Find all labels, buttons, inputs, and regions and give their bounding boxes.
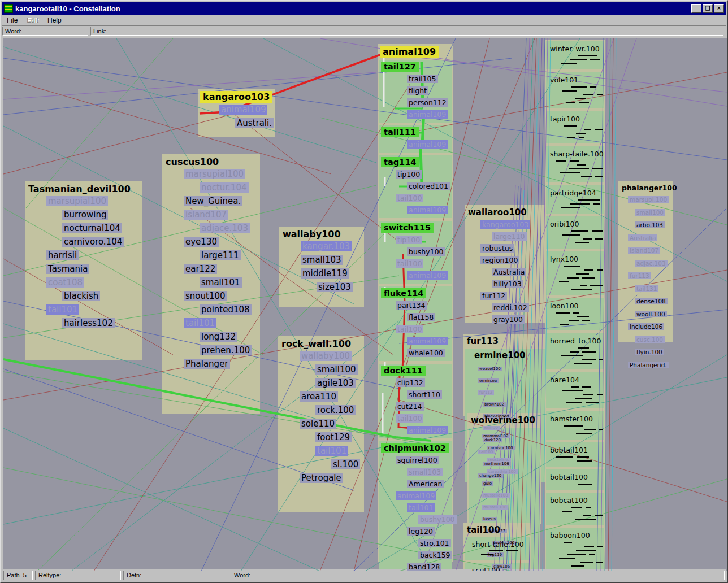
node-item-area110[interactable]: area110 bbox=[300, 391, 338, 402]
menu-help[interactable]: Help bbox=[43, 15, 66, 25]
close-button[interactable]: × bbox=[714, 4, 724, 13]
node-item-gulo[interactable]: gulo bbox=[482, 481, 493, 486]
collapsed-node-bars[interactable] bbox=[547, 320, 603, 321]
collapsed-node-bars[interactable] bbox=[547, 289, 603, 290]
collapsed-node-bars[interactable] bbox=[547, 203, 603, 205]
node-item-harrisii[interactable]: harrisii bbox=[46, 250, 79, 260]
node-box-tasmanian-devil100[interactable]: Tasmanian_devil100marsupial100burrowingn… bbox=[25, 181, 142, 360]
node-item-colored101[interactable]: colored101 bbox=[407, 182, 450, 190]
node-item-American[interactable]: American bbox=[407, 480, 444, 488]
node-item-include106[interactable]: include106 bbox=[628, 323, 664, 330]
node-item-carnivor.100[interactable]: carnivor.100 bbox=[487, 446, 515, 450]
node-title-rock_wall.100[interactable]: rock_wall.100 bbox=[278, 336, 364, 350]
node-title-lynx100[interactable]: lynx100 bbox=[550, 255, 603, 263]
collapsed-node-bars[interactable] bbox=[547, 324, 603, 325]
collapsed-node-bars[interactable] bbox=[547, 199, 603, 201]
collapsed-node-bars[interactable] bbox=[547, 425, 603, 427]
node-item-agile103[interactable]: agile103 bbox=[315, 378, 356, 388]
node-title-tail100[interactable]: tail100 bbox=[463, 523, 531, 536]
node-item-island107[interactable]: island107 bbox=[628, 247, 660, 254]
collapsed-node-bars[interactable] bbox=[547, 133, 603, 134]
node-item-animal109[interactable]: animal109 bbox=[407, 206, 448, 214]
node-subheader-chipmunk102[interactable]: chipmunk102 bbox=[381, 443, 449, 453]
node-item-small103[interactable]: small103 bbox=[301, 255, 343, 265]
node-item-animal109[interactable]: animal109 bbox=[407, 110, 448, 119]
node-item-ermine100[interactable]: ermine100 bbox=[473, 350, 527, 360]
node-box-animal109-column[interactable]: animal109tail127trail105flightperson112a… bbox=[378, 44, 453, 562]
restore-button[interactable]: ❏ bbox=[703, 4, 713, 13]
node-item-musteli.100[interactable]: musteli.100 bbox=[482, 505, 508, 510]
node-item-small100[interactable]: small100 bbox=[635, 209, 665, 216]
node-title-hamster100[interactable]: hamster100 bbox=[550, 415, 603, 423]
node-item-Phalangerid.[interactable]: Phalangerid. bbox=[628, 362, 669, 368]
collapsed-node-bars[interactable] bbox=[547, 456, 603, 458]
node-item-arbo.103[interactable]: arbo.103 bbox=[635, 221, 665, 228]
collapsed-node-bars[interactable] bbox=[547, 546, 603, 547]
collapsed-node-bars[interactable] bbox=[547, 168, 603, 169]
node-title-bobtail101[interactable]: bobtail101 bbox=[550, 446, 603, 454]
node-item-weasel100[interactable]: weasel100 bbox=[478, 367, 502, 371]
node-item-tip100[interactable]: tip100 bbox=[396, 236, 422, 244]
collapsed-node-bars[interactable] bbox=[547, 394, 603, 395]
node-item-animal109[interactable]: animal109 bbox=[407, 426, 448, 434]
node-subheader-tag114[interactable]: tag114 bbox=[381, 157, 419, 167]
node-item-rock.100[interactable]: rock.100 bbox=[315, 405, 356, 415]
node-item-marsupial100[interactable]: marsupial100 bbox=[184, 169, 245, 179]
node-item-nocturnal104[interactable]: nocturnal104 bbox=[62, 223, 122, 233]
node-title-vole101[interactable]: vole101 bbox=[550, 76, 603, 84]
collapsed-node-bars[interactable] bbox=[547, 90, 603, 92]
node-item-noctur.104[interactable]: noctur.104 bbox=[200, 182, 249, 193]
node-title-phalanger100[interactable]: phalanger100 bbox=[618, 181, 673, 193]
node-item-leg120[interactable]: leg120 bbox=[407, 527, 435, 536]
collapsed-node-bars[interactable] bbox=[547, 433, 603, 434]
node-item-large110[interactable]: large110 bbox=[492, 232, 527, 241]
node-item-blackish[interactable]: blackish bbox=[62, 291, 100, 301]
node-item-region100[interactable]: region100 bbox=[480, 256, 519, 264]
collapsed-node-bars[interactable] bbox=[547, 242, 603, 243]
node-item-scut100[interactable]: scut100 bbox=[470, 566, 502, 571]
node-title-fur113[interactable]: fur113 bbox=[463, 334, 546, 347]
node-title-bobcat100[interactable]: bobcat100 bbox=[550, 496, 603, 504]
collapsed-node-bars[interactable] bbox=[547, 429, 603, 430]
collapsed-node-bars[interactable] bbox=[547, 207, 603, 208]
node-item-whale100[interactable]: whale100 bbox=[407, 349, 445, 357]
node-item-kangaroo103[interactable]: kangaroo103 bbox=[480, 220, 530, 229]
node-item-tail100[interactable]: tail100 bbox=[396, 325, 423, 333]
collapsed-node-bars[interactable] bbox=[547, 398, 603, 399]
collapsed-node-bars[interactable] bbox=[547, 129, 603, 130]
node-item-short-taile.100[interactable]: short-taile.100 bbox=[470, 540, 526, 549]
collapsed-node-bars[interactable] bbox=[547, 86, 603, 88]
collapsed-node-bars[interactable] bbox=[547, 558, 603, 559]
node-item-stro.101[interactable]: stro.101 bbox=[418, 539, 451, 547]
node-title-cuscus100[interactable]: cuscus100 bbox=[162, 154, 260, 168]
menu-file[interactable]: File bbox=[2, 15, 22, 25]
node-title-wallaroo100[interactable]: wallaroo100 bbox=[465, 205, 545, 219]
collapsed-node-bars[interactable] bbox=[547, 269, 603, 271]
collapsed-node-bars[interactable] bbox=[547, 98, 603, 99]
node-header-kangaroo103[interactable]: kangaroo103 bbox=[200, 91, 272, 103]
collapsed-node-bars[interactable] bbox=[547, 137, 603, 138]
node-title-Tasmanian_devil100[interactable]: Tasmanian_devil100 bbox=[25, 181, 142, 195]
collapsed-node-bars[interactable] bbox=[547, 63, 603, 64]
node-box-phalanger100[interactable]: phalanger100marsupi.100small100arbo.103A… bbox=[618, 181, 673, 342]
node-item-Phalanger[interactable]: Phalanger bbox=[184, 359, 230, 369]
node-item-small100[interactable]: small100 bbox=[315, 364, 358, 375]
node-item-part134[interactable]: part134 bbox=[396, 301, 427, 310]
node-subheader-tail111[interactable]: tail111 bbox=[381, 127, 419, 137]
node-item-Australi.[interactable]: Australi. bbox=[235, 118, 274, 128]
node-item-carnivoro.104[interactable]: carnivoro.104 bbox=[62, 237, 124, 247]
collapsed-node-bars[interactable] bbox=[547, 230, 603, 232]
word-field[interactable]: Word: bbox=[2, 27, 88, 36]
collapsed-node-bars[interactable] bbox=[547, 347, 603, 349]
node-item-wallaby100[interactable]: wallaby100 bbox=[300, 351, 352, 361]
node-item-prehen.100[interactable]: prehen.100 bbox=[200, 345, 252, 355]
node-item-mustelid100[interactable]: mustelid100 bbox=[482, 493, 510, 498]
node-item-large111[interactable]: large111 bbox=[200, 250, 241, 260]
node-title-oribi100[interactable]: oribi100 bbox=[550, 220, 603, 228]
node-item-dense108[interactable]: dense108 bbox=[635, 298, 668, 304]
node-item-snout100[interactable]: snout100 bbox=[184, 291, 227, 301]
collapsed-node-bars[interactable] bbox=[547, 550, 603, 551]
node-item-flat158[interactable]: flat158 bbox=[407, 313, 435, 321]
collapsed-node-bars[interactable] bbox=[547, 59, 603, 60]
node-title-baboon100[interactable]: baboon100 bbox=[550, 531, 603, 540]
